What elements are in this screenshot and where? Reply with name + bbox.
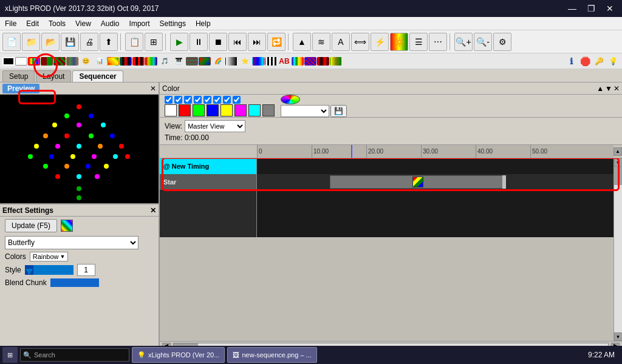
- icon-stop-sign[interactable]: 🛑: [578, 55, 592, 68]
- icon-c10[interactable]: [265, 57, 277, 66]
- color-check-4[interactable]: [194, 96, 202, 104]
- tb-fx2[interactable]: ≋: [312, 33, 330, 51]
- close-btn[interactable]: ✕: [603, 2, 617, 15]
- tb-repeat[interactable]: 🔁: [267, 33, 285, 51]
- icon-rainbow[interactable]: [28, 57, 40, 66]
- color-up-btn[interactable]: ▲: [596, 84, 604, 93]
- icon-black[interactable]: [2, 57, 15, 66]
- tb-fx8[interactable]: ⋯: [429, 33, 447, 51]
- swatch-4[interactable]: [207, 104, 219, 116]
- icon-c14[interactable]: [317, 57, 329, 66]
- view-select[interactable]: Master View: [185, 120, 245, 132]
- color-close-btn[interactable]: ✕: [613, 84, 620, 93]
- color-check-3[interactable]: [184, 96, 192, 104]
- color-check-5[interactable]: [203, 96, 211, 104]
- swatch-2[interactable]: [179, 104, 191, 116]
- effect-block[interactable]: [330, 175, 506, 189]
- swatch-6[interactable]: [234, 104, 247, 116]
- icon-c9[interactable]: [252, 57, 264, 66]
- tb-open[interactable]: 📁: [22, 33, 40, 51]
- icon-white[interactable]: [15, 57, 27, 66]
- swatch-7[interactable]: [248, 104, 261, 116]
- v-scroll-up[interactable]: ▲: [613, 147, 622, 156]
- tb-upload[interactable]: ⬆: [100, 33, 118, 51]
- color-check-1[interactable]: [165, 96, 173, 104]
- icon-pattern2[interactable]: [53, 57, 66, 66]
- swatch-1[interactable]: [165, 104, 177, 116]
- search-bar[interactable]: 🔍 Search: [20, 348, 129, 362]
- icon-c7[interactable]: 🌈: [211, 55, 225, 68]
- app2-btn[interactable]: 🖼 new-sequence.png – ...: [227, 347, 316, 363]
- tb-next[interactable]: ⏭: [248, 33, 266, 51]
- color-wheel-btn[interactable]: [281, 95, 300, 104]
- color-down-btn[interactable]: ▼: [605, 84, 612, 93]
- icon-music[interactable]: 🎵: [158, 55, 171, 68]
- menu-view[interactable]: View: [70, 18, 96, 29]
- icon-c6[interactable]: [199, 57, 211, 66]
- color-check-6[interactable]: [213, 96, 221, 104]
- tab-setup[interactable]: Setup: [2, 70, 35, 82]
- tb-fx7[interactable]: ☰: [409, 33, 428, 51]
- icon-c11[interactable]: AB: [278, 55, 291, 68]
- style-value[interactable]: [77, 264, 95, 276]
- rainbow-dropdown[interactable]: Rainbow ▼: [30, 252, 69, 261]
- icon-star1[interactable]: ⭐: [238, 55, 251, 68]
- tab-sequencer[interactable]: Sequencer: [72, 70, 123, 82]
- icon-smiley[interactable]: 😊: [79, 55, 92, 68]
- tb-zoom-out[interactable]: 🔍-: [474, 33, 492, 51]
- menu-audio[interactable]: Audio: [96, 18, 125, 29]
- tb-print[interactable]: 🖨: [80, 33, 98, 51]
- app1-btn[interactable]: 💡 xLights PROD (Ver 20...: [132, 347, 225, 363]
- swatch-8[interactable]: [262, 104, 275, 116]
- menu-tools[interactable]: Tools: [44, 18, 70, 29]
- menu-help[interactable]: Help: [191, 18, 216, 29]
- icon-c1[interactable]: [107, 57, 119, 66]
- icon-pattern3[interactable]: [66, 57, 78, 66]
- effect-settings-close[interactable]: ✕: [150, 206, 156, 215]
- icon-info[interactable]: ℹ: [564, 55, 578, 68]
- icon-piano[interactable]: 🎹: [172, 55, 185, 68]
- tab-layout[interactable]: Layout: [36, 70, 71, 82]
- menu-settings[interactable]: Settings: [155, 18, 191, 29]
- tb-pause[interactable]: ⏸: [190, 33, 208, 51]
- tb-settings[interactable]: ⚙: [493, 33, 511, 51]
- swatch-3[interactable]: [193, 104, 205, 116]
- effect-end-handle[interactable]: [502, 175, 506, 189]
- icon-c3[interactable]: [132, 57, 145, 66]
- icon-bars[interactable]: 📊: [93, 55, 106, 68]
- tb-fx6[interactable]: 🔆: [390, 33, 408, 51]
- icon-c2[interactable]: [120, 57, 132, 66]
- update-button[interactable]: Update (F5): [5, 219, 57, 232]
- icon-key1[interactable]: 🔑: [592, 55, 606, 68]
- icon-c8[interactable]: [225, 57, 238, 66]
- icon-c13[interactable]: [304, 57, 316, 66]
- icon-pattern1[interactable]: [41, 57, 53, 66]
- tb-fx4[interactable]: ⟺: [351, 33, 369, 51]
- color-save-btn[interactable]: 💾: [330, 105, 347, 117]
- menu-file[interactable]: File: [0, 18, 21, 29]
- v-scroll-down-arrow[interactable]: ▼: [614, 158, 623, 167]
- icon-c12[interactable]: [292, 57, 304, 66]
- tb-open2[interactable]: 📂: [41, 33, 60, 51]
- effect-dropdown[interactable]: Butterfly Bars Fire Star Spiral: [5, 236, 138, 249]
- tb-seq[interactable]: 📋: [125, 33, 143, 51]
- icon-bulb[interactable]: 💡: [606, 55, 620, 68]
- style-slider[interactable]: [25, 265, 73, 275]
- color-check-2[interactable]: [174, 96, 182, 104]
- tb-fx3[interactable]: A: [332, 33, 350, 51]
- icon-c15[interactable]: [330, 57, 342, 66]
- color-preset-select[interactable]: [281, 105, 329, 117]
- icon-c5[interactable]: [186, 57, 198, 66]
- swatch-5[interactable]: [220, 104, 233, 116]
- menu-import[interactable]: Import: [125, 18, 155, 29]
- start-button[interactable]: ⊞: [2, 347, 18, 363]
- v-scroll-thumb[interactable]: [614, 167, 623, 185]
- tb-grid[interactable]: ⊞: [145, 33, 163, 51]
- color-check-7[interactable]: [223, 96, 231, 104]
- minimize-btn[interactable]: —: [564, 2, 580, 15]
- v-scroll-bottom-arrow[interactable]: ▼: [614, 332, 623, 341]
- menu-edit[interactable]: Edit: [21, 18, 44, 29]
- tb-zoom-in[interactable]: 🔍+: [454, 33, 473, 51]
- tb-save[interactable]: 💾: [61, 33, 79, 51]
- color-check-8[interactable]: [233, 96, 241, 104]
